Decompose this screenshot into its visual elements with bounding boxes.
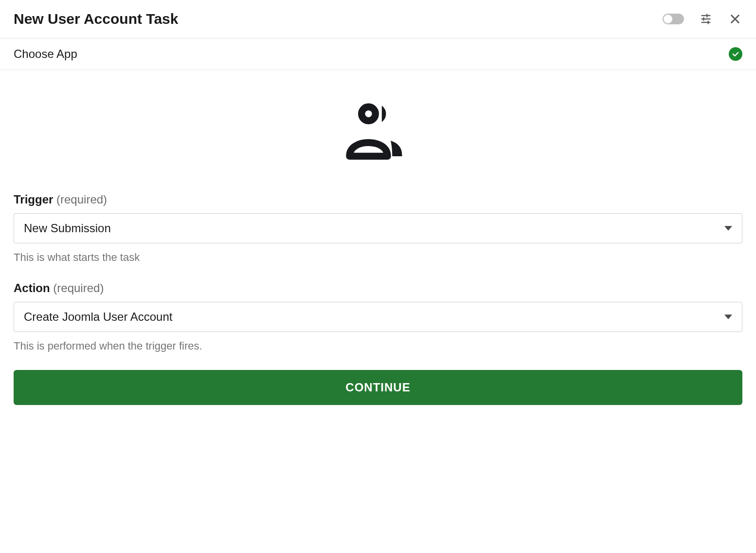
field-trigger: Trigger (required) New Submission This i…: [14, 193, 742, 264]
check-badge-icon: [729, 47, 742, 61]
section-title: Choose App: [14, 47, 77, 61]
trigger-label-name: Trigger: [14, 193, 53, 206]
action-help: This is performed when the trigger fires…: [14, 340, 742, 352]
toggle-knob: [664, 15, 672, 23]
chevron-down-icon: [724, 313, 732, 321]
action-label-name: Action: [14, 281, 50, 295]
svg-marker-10: [724, 314, 732, 319]
page-title: New User Account Task: [14, 11, 178, 27]
svg-marker-9: [724, 226, 732, 231]
tune-icon[interactable]: [699, 12, 713, 26]
action-label-required: (required): [53, 281, 104, 295]
header: New User Account Task: [0, 0, 756, 38]
close-icon[interactable]: [728, 12, 742, 26]
trigger-select[interactable]: New Submission: [14, 213, 742, 243]
trigger-select-value: New Submission: [24, 221, 111, 235]
svg-point-8: [361, 107, 376, 121]
section-choose-app[interactable]: Choose App: [0, 38, 756, 70]
form-body: Trigger (required) New Submission This i…: [0, 70, 756, 419]
trigger-help: This is what starts the task: [14, 251, 742, 264]
people-icon: [337, 97, 419, 161]
field-action: Action (required) Create Joomla User Acc…: [14, 281, 742, 352]
header-actions: [663, 12, 742, 26]
continue-button[interactable]: CONTINUE: [14, 370, 742, 405]
action-label: Action (required): [14, 281, 742, 295]
trigger-label-required: (required): [56, 193, 107, 206]
toggle-switch[interactable]: [663, 14, 684, 24]
app-icon-wrap: [14, 70, 742, 188]
chevron-down-icon: [724, 224, 732, 232]
trigger-label: Trigger (required): [14, 193, 742, 206]
action-select[interactable]: Create Joomla User Account: [14, 302, 742, 332]
action-select-value: Create Joomla User Account: [24, 310, 172, 324]
